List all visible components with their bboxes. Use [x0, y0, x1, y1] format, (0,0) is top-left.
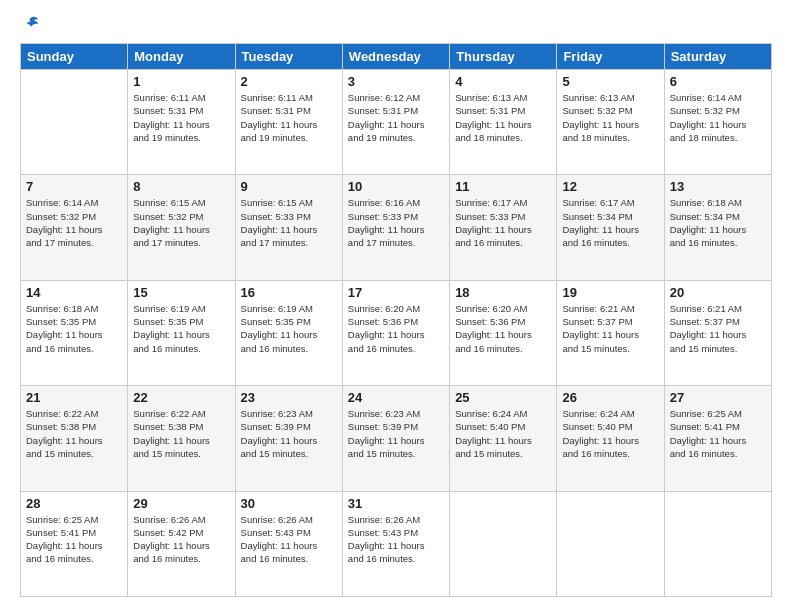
day-number: 8 [133, 179, 229, 194]
calendar-cell: 5Sunrise: 6:13 AMSunset: 5:32 PMDaylight… [557, 70, 664, 175]
calendar-cell [557, 491, 664, 596]
day-number: 27 [670, 390, 766, 405]
cell-info: Sunrise: 6:26 AMSunset: 5:43 PMDaylight:… [348, 513, 444, 566]
calendar-cell: 22Sunrise: 6:22 AMSunset: 5:38 PMDayligh… [128, 386, 235, 491]
calendar-cell [664, 491, 771, 596]
calendar-cell: 20Sunrise: 6:21 AMSunset: 5:37 PMDayligh… [664, 280, 771, 385]
calendar-week-row: 7Sunrise: 6:14 AMSunset: 5:32 PMDaylight… [21, 175, 772, 280]
cell-info: Sunrise: 6:12 AMSunset: 5:31 PMDaylight:… [348, 91, 444, 144]
day-number: 24 [348, 390, 444, 405]
calendar-header-thursday: Thursday [450, 44, 557, 70]
cell-info: Sunrise: 6:11 AMSunset: 5:31 PMDaylight:… [133, 91, 229, 144]
logo-bird-icon [22, 15, 40, 33]
calendar-cell: 28Sunrise: 6:25 AMSunset: 5:41 PMDayligh… [21, 491, 128, 596]
day-number: 15 [133, 285, 229, 300]
cell-info: Sunrise: 6:25 AMSunset: 5:41 PMDaylight:… [26, 513, 122, 566]
calendar-header-tuesday: Tuesday [235, 44, 342, 70]
calendar-cell: 19Sunrise: 6:21 AMSunset: 5:37 PMDayligh… [557, 280, 664, 385]
cell-info: Sunrise: 6:17 AMSunset: 5:34 PMDaylight:… [562, 196, 658, 249]
calendar-cell: 4Sunrise: 6:13 AMSunset: 5:31 PMDaylight… [450, 70, 557, 175]
calendar-header-monday: Monday [128, 44, 235, 70]
cell-info: Sunrise: 6:16 AMSunset: 5:33 PMDaylight:… [348, 196, 444, 249]
header [20, 15, 772, 33]
day-number: 7 [26, 179, 122, 194]
day-number: 2 [241, 74, 337, 89]
day-number: 18 [455, 285, 551, 300]
cell-info: Sunrise: 6:15 AMSunset: 5:33 PMDaylight:… [241, 196, 337, 249]
calendar-header-wednesday: Wednesday [342, 44, 449, 70]
cell-info: Sunrise: 6:18 AMSunset: 5:34 PMDaylight:… [670, 196, 766, 249]
day-number: 16 [241, 285, 337, 300]
cell-info: Sunrise: 6:19 AMSunset: 5:35 PMDaylight:… [133, 302, 229, 355]
calendar-week-row: 21Sunrise: 6:22 AMSunset: 5:38 PMDayligh… [21, 386, 772, 491]
cell-info: Sunrise: 6:13 AMSunset: 5:31 PMDaylight:… [455, 91, 551, 144]
page: SundayMondayTuesdayWednesdayThursdayFrid… [0, 0, 792, 612]
calendar-cell: 30Sunrise: 6:26 AMSunset: 5:43 PMDayligh… [235, 491, 342, 596]
day-number: 21 [26, 390, 122, 405]
calendar-cell: 23Sunrise: 6:23 AMSunset: 5:39 PMDayligh… [235, 386, 342, 491]
day-number: 28 [26, 496, 122, 511]
calendar-table: SundayMondayTuesdayWednesdayThursdayFrid… [20, 43, 772, 597]
calendar-cell: 31Sunrise: 6:26 AMSunset: 5:43 PMDayligh… [342, 491, 449, 596]
calendar-cell: 15Sunrise: 6:19 AMSunset: 5:35 PMDayligh… [128, 280, 235, 385]
calendar-cell: 7Sunrise: 6:14 AMSunset: 5:32 PMDaylight… [21, 175, 128, 280]
cell-info: Sunrise: 6:23 AMSunset: 5:39 PMDaylight:… [348, 407, 444, 460]
cell-info: Sunrise: 6:11 AMSunset: 5:31 PMDaylight:… [241, 91, 337, 144]
calendar-cell: 25Sunrise: 6:24 AMSunset: 5:40 PMDayligh… [450, 386, 557, 491]
calendar-header-saturday: Saturday [664, 44, 771, 70]
calendar-cell: 3Sunrise: 6:12 AMSunset: 5:31 PMDaylight… [342, 70, 449, 175]
cell-info: Sunrise: 6:23 AMSunset: 5:39 PMDaylight:… [241, 407, 337, 460]
calendar-cell: 26Sunrise: 6:24 AMSunset: 5:40 PMDayligh… [557, 386, 664, 491]
calendar-cell: 14Sunrise: 6:18 AMSunset: 5:35 PMDayligh… [21, 280, 128, 385]
calendar-header-row: SundayMondayTuesdayWednesdayThursdayFrid… [21, 44, 772, 70]
calendar-cell: 27Sunrise: 6:25 AMSunset: 5:41 PMDayligh… [664, 386, 771, 491]
day-number: 9 [241, 179, 337, 194]
day-number: 29 [133, 496, 229, 511]
calendar-cell: 2Sunrise: 6:11 AMSunset: 5:31 PMDaylight… [235, 70, 342, 175]
cell-info: Sunrise: 6:21 AMSunset: 5:37 PMDaylight:… [562, 302, 658, 355]
calendar-header-friday: Friday [557, 44, 664, 70]
day-number: 22 [133, 390, 229, 405]
day-number: 25 [455, 390, 551, 405]
day-number: 6 [670, 74, 766, 89]
cell-info: Sunrise: 6:15 AMSunset: 5:32 PMDaylight:… [133, 196, 229, 249]
cell-info: Sunrise: 6:26 AMSunset: 5:43 PMDaylight:… [241, 513, 337, 566]
cell-info: Sunrise: 6:22 AMSunset: 5:38 PMDaylight:… [133, 407, 229, 460]
day-number: 12 [562, 179, 658, 194]
calendar-cell: 16Sunrise: 6:19 AMSunset: 5:35 PMDayligh… [235, 280, 342, 385]
cell-info: Sunrise: 6:25 AMSunset: 5:41 PMDaylight:… [670, 407, 766, 460]
day-number: 19 [562, 285, 658, 300]
day-number: 10 [348, 179, 444, 194]
cell-info: Sunrise: 6:26 AMSunset: 5:42 PMDaylight:… [133, 513, 229, 566]
cell-info: Sunrise: 6:20 AMSunset: 5:36 PMDaylight:… [348, 302, 444, 355]
cell-info: Sunrise: 6:24 AMSunset: 5:40 PMDaylight:… [562, 407, 658, 460]
calendar-cell: 10Sunrise: 6:16 AMSunset: 5:33 PMDayligh… [342, 175, 449, 280]
calendar-week-row: 14Sunrise: 6:18 AMSunset: 5:35 PMDayligh… [21, 280, 772, 385]
cell-info: Sunrise: 6:17 AMSunset: 5:33 PMDaylight:… [455, 196, 551, 249]
day-number: 3 [348, 74, 444, 89]
calendar-cell: 18Sunrise: 6:20 AMSunset: 5:36 PMDayligh… [450, 280, 557, 385]
calendar-week-row: 1Sunrise: 6:11 AMSunset: 5:31 PMDaylight… [21, 70, 772, 175]
day-number: 4 [455, 74, 551, 89]
calendar-cell: 13Sunrise: 6:18 AMSunset: 5:34 PMDayligh… [664, 175, 771, 280]
cell-info: Sunrise: 6:22 AMSunset: 5:38 PMDaylight:… [26, 407, 122, 460]
calendar-cell: 12Sunrise: 6:17 AMSunset: 5:34 PMDayligh… [557, 175, 664, 280]
cell-info: Sunrise: 6:14 AMSunset: 5:32 PMDaylight:… [670, 91, 766, 144]
calendar-cell [21, 70, 128, 175]
calendar-cell: 29Sunrise: 6:26 AMSunset: 5:42 PMDayligh… [128, 491, 235, 596]
day-number: 1 [133, 74, 229, 89]
calendar-cell: 24Sunrise: 6:23 AMSunset: 5:39 PMDayligh… [342, 386, 449, 491]
day-number: 20 [670, 285, 766, 300]
day-number: 30 [241, 496, 337, 511]
cell-info: Sunrise: 6:19 AMSunset: 5:35 PMDaylight:… [241, 302, 337, 355]
calendar-week-row: 28Sunrise: 6:25 AMSunset: 5:41 PMDayligh… [21, 491, 772, 596]
day-number: 11 [455, 179, 551, 194]
calendar-cell: 6Sunrise: 6:14 AMSunset: 5:32 PMDaylight… [664, 70, 771, 175]
cell-info: Sunrise: 6:18 AMSunset: 5:35 PMDaylight:… [26, 302, 122, 355]
calendar-cell: 9Sunrise: 6:15 AMSunset: 5:33 PMDaylight… [235, 175, 342, 280]
calendar-cell: 8Sunrise: 6:15 AMSunset: 5:32 PMDaylight… [128, 175, 235, 280]
day-number: 23 [241, 390, 337, 405]
day-number: 26 [562, 390, 658, 405]
day-number: 17 [348, 285, 444, 300]
cell-info: Sunrise: 6:20 AMSunset: 5:36 PMDaylight:… [455, 302, 551, 355]
